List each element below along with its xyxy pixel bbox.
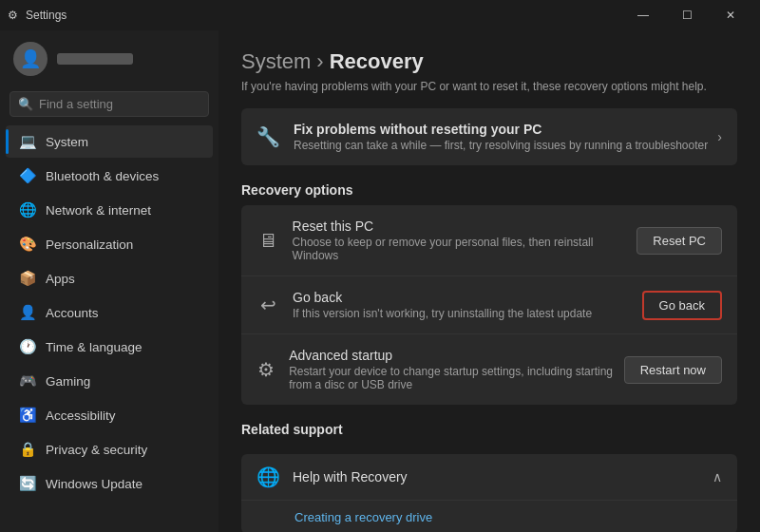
reset-pc-button[interactable]: Reset PC: [636, 227, 722, 255]
accessibility-icon: ♿: [19, 407, 36, 424]
sidebar-item-label: Accessibility: [46, 408, 116, 423]
help-recovery-row[interactable]: 🌐 Help with Recovery ∧: [241, 454, 737, 501]
page-subtitle: If you're having problems with your PC o…: [241, 80, 737, 93]
sidebar-item-apps[interactable]: 📦 Apps: [6, 262, 213, 294]
fix-problems-card[interactable]: 🔧 Fix problems without resetting your PC…: [241, 108, 737, 165]
gaming-icon: 🎮: [19, 372, 36, 390]
go-back-button[interactable]: Go back: [642, 291, 722, 320]
main-content: System › Recovery If you're having probl…: [218, 30, 760, 532]
restart-now-button[interactable]: Restart now: [624, 356, 722, 384]
fix-card-text: Fix problems without resetting your PC R…: [294, 122, 708, 152]
sidebar-item-system[interactable]: 💻 System: [6, 125, 213, 158]
breadcrumb-separator: ›: [316, 49, 323, 74]
advanced-startup-left: ⚙ Advanced startup Restart your device t…: [256, 348, 624, 391]
sidebar: 👤 🔍 💻 System 🔷 Bluetooth & devices 🌐 Net…: [0, 30, 218, 532]
sidebar-item-label: Bluetooth & devices: [46, 169, 159, 183]
sidebar-item-bluetooth[interactable]: 🔷 Bluetooth & devices: [6, 160, 213, 192]
bluetooth-icon: 🔷: [19, 167, 36, 184]
window-title: Settings: [26, 9, 66, 22]
sidebar-item-time[interactable]: 🕐 Time & language: [6, 331, 213, 363]
breadcrumb-parent: System: [241, 49, 311, 74]
fix-card-desc: Resetting can take a while — first, try …: [294, 139, 708, 152]
system-icon: 💻: [19, 133, 36, 150]
help-recovery-left: 🌐 Help with Recovery: [256, 466, 408, 488]
minimize-button[interactable]: —: [621, 0, 665, 30]
advanced-startup-text: Advanced startup Restart your device to …: [289, 348, 623, 391]
reset-pc-row: 🖥 Reset this PC Choose to keep or remove…: [241, 205, 737, 276]
reset-pc-text: Reset this PC Choose to keep or remove y…: [293, 218, 637, 262]
advanced-startup-desc: Restart your device to change startup se…: [289, 365, 623, 391]
sidebar-item-label: Personalization: [46, 238, 133, 252]
time-icon: 🕐: [19, 338, 36, 355]
user-name: [57, 53, 133, 65]
fix-card-title: Fix problems without resetting your PC: [294, 122, 708, 137]
help-recovery-title: Help with Recovery: [293, 469, 408, 484]
user-section: 👤: [0, 30, 218, 87]
sidebar-item-label: Apps: [46, 272, 75, 286]
sidebar-item-label: Gaming: [46, 374, 90, 389]
accounts-icon: 👤: [19, 304, 36, 321]
advanced-startup-icon: ⚙: [256, 358, 276, 381]
sidebar-item-accessibility[interactable]: ♿ Accessibility: [6, 399, 213, 431]
sidebar-item-label: Windows Update: [46, 477, 142, 491]
sidebar-item-label: Privacy & security: [46, 443, 147, 457]
avatar: 👤: [13, 42, 48, 76]
sidebar-item-update[interactable]: 🔄 Windows Update: [6, 467, 213, 500]
fix-icon: 🔧: [256, 125, 280, 148]
creating-recovery-drive-link[interactable]: Creating a recovery drive: [241, 501, 737, 532]
related-support-card: 🌐 Help with Recovery ∧ Creating a recove…: [241, 454, 737, 532]
go-back-icon: ↩: [256, 294, 279, 316]
fix-card-left: 🔧 Fix problems without resetting your PC…: [256, 122, 708, 152]
personalization-icon: 🎨: [19, 236, 36, 253]
sidebar-item-label: System: [46, 135, 88, 149]
sidebar-item-accounts[interactable]: 👤 Accounts: [6, 296, 213, 329]
go-back-desc: If this version isn't working, try unins…: [293, 307, 592, 320]
go-back-row: ↩ Go back If this version isn't working,…: [241, 276, 737, 334]
search-box[interactable]: 🔍: [10, 91, 209, 117]
privacy-icon: 🔒: [19, 441, 36, 458]
breadcrumb-current: Recovery: [330, 49, 424, 74]
titlebar: ⚙ Settings — ☐ ✕: [0, 0, 760, 30]
settings-icon: ⚙: [8, 9, 18, 22]
reset-pc-left: 🖥 Reset this PC Choose to keep or remove…: [256, 218, 636, 262]
maximize-button[interactable]: ☐: [665, 0, 709, 30]
sidebar-item-gaming[interactable]: 🎮 Gaming: [6, 365, 213, 397]
help-recovery-globe-icon: 🌐: [256, 466, 279, 488]
close-button[interactable]: ✕: [709, 0, 752, 30]
reset-pc-title: Reset this PC: [293, 218, 637, 234]
titlebar-controls: — ☐ ✕: [621, 0, 752, 30]
sidebar-item-personalization[interactable]: 🎨 Personalization: [6, 228, 213, 260]
fix-card-chevron: ›: [717, 129, 722, 144]
advanced-startup-row: ⚙ Advanced startup Restart your device t…: [241, 334, 737, 405]
search-input[interactable]: [39, 97, 200, 111]
help-recovery-chevron: ∧: [712, 469, 722, 484]
recovery-options-card: 🖥 Reset this PC Choose to keep or remove…: [241, 205, 737, 405]
go-back-text: Go back If this version isn't working, t…: [293, 290, 592, 320]
advanced-startup-title: Advanced startup: [289, 348, 623, 363]
update-icon: 🔄: [19, 475, 36, 492]
apps-icon: 📦: [19, 270, 36, 287]
go-back-title: Go back: [293, 290, 592, 305]
sidebar-item-label: Time & language: [46, 340, 142, 354]
sidebar-item-label: Accounts: [46, 306, 99, 320]
recovery-section-title: Recovery options: [241, 182, 737, 198]
app-body: 👤 🔍 💻 System 🔷 Bluetooth & devices 🌐 Net…: [0, 30, 760, 532]
titlebar-left: ⚙ Settings: [8, 9, 66, 22]
network-icon: 🌐: [19, 201, 36, 218]
sidebar-item-label: Network & internet: [46, 203, 151, 218]
search-icon: 🔍: [18, 97, 33, 111]
sidebar-item-network[interactable]: 🌐 Network & internet: [6, 194, 213, 226]
breadcrumb: System › Recovery: [241, 49, 737, 74]
sidebar-item-privacy[interactable]: 🔒 Privacy & security: [6, 433, 213, 466]
related-section-title: Related support: [241, 422, 737, 437]
go-back-left: ↩ Go back If this version isn't working,…: [256, 290, 592, 320]
reset-pc-icon: 🖥: [256, 230, 279, 252]
reset-pc-desc: Choose to keep or remove your personal f…: [293, 236, 637, 262]
